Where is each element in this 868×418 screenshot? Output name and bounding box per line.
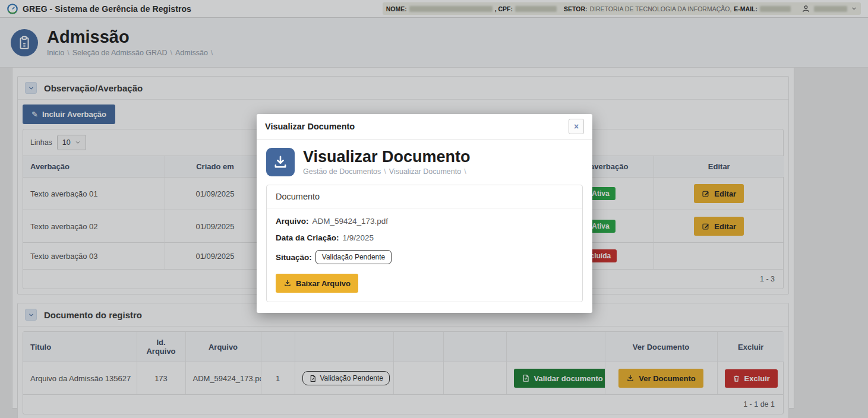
download-icon (266, 148, 295, 176)
baixar-arquivo-button[interactable]: Baixar Arquivo (276, 274, 358, 293)
documento-card-title: Documento (267, 185, 582, 208)
modal-breadcrumb-current: Visualizar Documento (389, 167, 461, 176)
situacao-modal-badge: Validação Pendente (315, 250, 392, 264)
modal-breadcrumb-link[interactable]: Gestão de Documentos (303, 167, 381, 176)
modal-title-bar: Visualizar Documento (265, 122, 355, 131)
modal-breadcrumb: Gestão de Documentos\Visualizar Document… (303, 167, 471, 176)
arquivo-field: Arquivo: ADM_59424_173.pdf (276, 217, 573, 226)
close-icon[interactable]: × (569, 119, 584, 134)
visualizar-documento-modal: Visualizar Documento × Visualizar Docume… (257, 114, 592, 313)
documento-card: Documento Arquivo: ADM_59424_173.pdf Dat… (266, 185, 583, 302)
modal-page-title: Visualizar Documento (303, 148, 471, 165)
download-icon (283, 279, 292, 287)
data-criacao-field: Data da Criação: 1/9/2025 (276, 233, 573, 242)
situacao-field: Situação: Validação Pendente (276, 250, 573, 264)
